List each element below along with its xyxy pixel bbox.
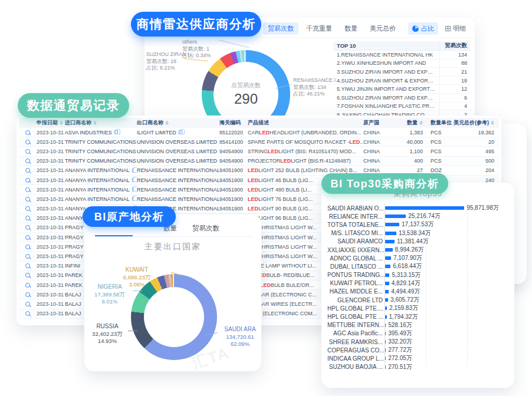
bar[interactable] xyxy=(385,306,387,310)
bar[interactable] xyxy=(385,357,386,360)
cell-date: 2023-10-31 xyxy=(37,157,65,166)
cell-date: 2023-10-31 xyxy=(37,242,65,251)
bar[interactable] xyxy=(385,298,388,302)
cell-usd-total: 20 xyxy=(452,137,497,146)
column-header-c9[interactable]: 美元总价(参考) xyxy=(452,118,497,128)
row-detail-search-icon[interactable] xyxy=(25,245,30,249)
origin-tab-trade-count[interactable]: 贸易次数 xyxy=(192,222,219,236)
row-detail-search-icon[interactable] xyxy=(25,168,30,173)
bar[interactable] xyxy=(385,365,386,369)
bar[interactable] xyxy=(385,315,387,319)
bar[interactable] xyxy=(385,248,393,252)
copy-icon[interactable] xyxy=(132,197,134,201)
tab-detail[interactable]: 明细 xyxy=(441,22,470,35)
bar-value: 95,871.98万 xyxy=(467,204,499,212)
row-detail-search-icon[interactable] xyxy=(25,140,30,144)
bar[interactable] xyxy=(385,273,389,277)
cell-hs-code: 94051900 xyxy=(219,185,248,194)
tab-usd-total[interactable]: 美元总价 xyxy=(365,22,400,35)
bar[interactable] xyxy=(385,324,386,327)
table-row[interactable]: 2023-10-31ASVA INDUSTRIESILIGHT LIMITED8… xyxy=(19,128,499,137)
cell-date: 2023-10-31 xyxy=(37,176,65,184)
bar[interactable] xyxy=(385,282,389,285)
row-detail-search-icon[interactable] xyxy=(25,302,30,306)
top10-row: 7.FOSHAN XINLIANGHE PLASTIC PRODUCTS4 xyxy=(333,103,470,111)
cell-date: 2023-10-31 xyxy=(37,271,65,280)
row-detail-search-icon[interactable] xyxy=(25,273,30,278)
row-detail-search-icon[interactable] xyxy=(25,149,30,154)
tab-quantity[interactable]: 数量 xyxy=(340,22,362,35)
sort-icon[interactable] xyxy=(419,121,423,125)
cell-origin-country: CHINA xyxy=(363,147,390,156)
tab-kg-weight[interactable]: 千克重量 xyxy=(301,22,337,35)
bar-value: 17,137.53万 xyxy=(402,220,434,229)
top10-row-value: 6 xyxy=(439,94,470,102)
bar-label: GLENCORE LTD xyxy=(327,297,385,303)
row-detail-search-icon[interactable] xyxy=(25,206,30,211)
bar-label: DUBAI, LITASCO ... xyxy=(327,263,385,270)
bar-label: HAZEL MIDDLE E... xyxy=(327,288,385,295)
table-row[interactable]: 2023-10-31TRINITY COMMUNICATIONSUNIVISIO… xyxy=(19,137,499,147)
table-row[interactable]: 2023-10-31TRINITY COMMUNICATIONSUNIVISIO… xyxy=(19,147,499,156)
top10-row: 4.SUZHOU ZIRAN IMPORT & EXPORT CO.LTD18 xyxy=(333,77,470,85)
tab-proportion[interactable]: 占比 xyxy=(408,22,438,35)
bar[interactable] xyxy=(385,348,386,352)
cell-search xyxy=(19,252,37,260)
row-detail-search-icon[interactable] xyxy=(25,235,30,240)
bar-label: INDICAA GROUP L... xyxy=(327,355,385,362)
row-detail-search-icon[interactable] xyxy=(25,187,30,192)
copy-icon[interactable] xyxy=(114,130,118,134)
row-detail-search-icon[interactable] xyxy=(25,263,30,268)
bar[interactable] xyxy=(385,240,395,243)
bar[interactable] xyxy=(385,256,391,260)
row-detail-search-icon[interactable] xyxy=(25,225,30,230)
bar[interactable] xyxy=(385,332,386,335)
bar[interactable] xyxy=(385,223,399,226)
bar-value: 272.05万 xyxy=(388,354,412,362)
column-header-c3[interactable]: 出口商名称 xyxy=(137,118,219,128)
copy-icon[interactable] xyxy=(132,187,134,192)
bar[interactable] xyxy=(385,340,386,344)
copy-icon[interactable] xyxy=(132,178,134,182)
bar[interactable] xyxy=(385,290,389,293)
cell-usd-total: 500 xyxy=(452,157,497,166)
cell-usd-total: 204 xyxy=(452,166,497,175)
tab-trade-count[interactable]: 贸易次数 xyxy=(263,22,298,35)
row-detail-search-icon[interactable] xyxy=(25,178,30,183)
bar-value: 7,107.90万 xyxy=(393,254,422,262)
bar[interactable] xyxy=(385,265,390,268)
row-detail-search-icon[interactable] xyxy=(25,159,30,163)
sort-icon[interactable] xyxy=(60,121,63,125)
column-header-c7[interactable]: 数量 xyxy=(390,118,426,128)
row-detail-search-icon[interactable] xyxy=(25,130,30,135)
cell-date: 2023-10-31 xyxy=(37,233,65,242)
copy-icon[interactable] xyxy=(179,130,182,134)
row-detail-search-icon[interactable] xyxy=(25,216,30,220)
row-detail-search-icon[interactable] xyxy=(25,311,30,316)
cell-hs-code: 94054900 xyxy=(219,147,248,156)
cell-importer: ANANYA INTERNATIONAL xyxy=(65,194,137,203)
column-header-c2[interactable]: 进口商名称 xyxy=(65,118,137,128)
sort-icon[interactable] xyxy=(491,121,494,125)
column-header-c1[interactable]: 申报日期 xyxy=(37,118,65,128)
bar-label: SUZHOU BAOJIA ... xyxy=(327,364,385,370)
column-header-c5: 产品描述 xyxy=(248,118,363,128)
copy-icon[interactable] xyxy=(132,169,134,173)
row-detail-search-icon[interactable] xyxy=(25,254,30,259)
sort-icon[interactable] xyxy=(165,121,169,125)
origin-donut-center xyxy=(144,287,204,347)
row-detail-search-icon[interactable] xyxy=(25,292,30,297)
trade-table-header: 申报日期进口商名称出口商名称海关编码产品描述原产国数量数量单位美元总价(参考) xyxy=(19,118,499,128)
cell-date: 2023-10-31 xyxy=(37,223,65,232)
bar[interactable] xyxy=(385,232,396,235)
cell-product: STRING LED LIGHT (BIS: R41051470) MOD... xyxy=(248,147,363,156)
cell-date: 2023-10-31 xyxy=(37,290,65,299)
row-detail-search-icon[interactable] xyxy=(25,283,30,288)
table-row[interactable]: 2023-10-31TRINITY COMMUNICATIONSUNIVISIO… xyxy=(19,157,499,166)
top30-buyers-panel: 采购商Top30 SAUDI ARABIAN O...95,871.98万REL… xyxy=(321,183,514,388)
bar[interactable] xyxy=(385,206,464,210)
bar-row: GLENCORE LTD3,605.72万 xyxy=(327,296,510,304)
sort-icon[interactable] xyxy=(93,121,97,125)
row-detail-search-icon[interactable] xyxy=(25,197,30,202)
bar[interactable] xyxy=(385,214,406,218)
